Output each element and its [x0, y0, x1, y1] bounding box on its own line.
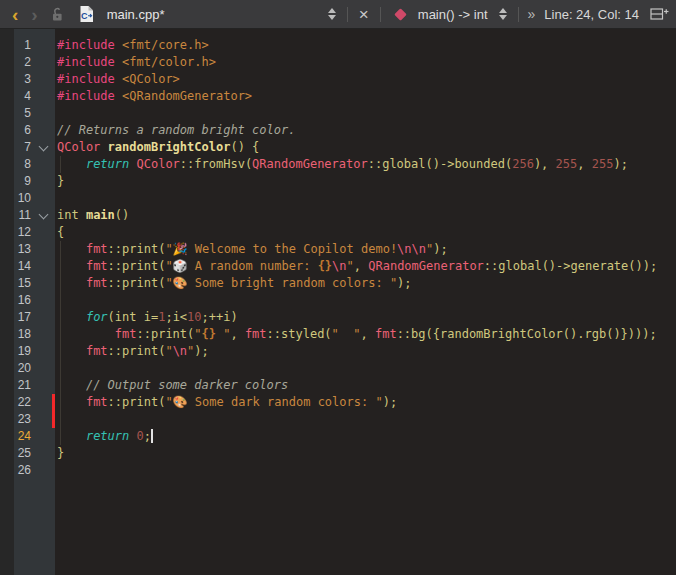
- gutter-cell[interactable]: 15: [0, 275, 55, 292]
- code-line[interactable]: 7QColor randomBrightColor() {: [0, 139, 676, 156]
- back-icon[interactable]: ‹: [12, 5, 18, 24]
- gutter-cell[interactable]: 25: [0, 445, 55, 462]
- code-line[interactable]: 16: [0, 292, 676, 309]
- gutter-cell[interactable]: 16: [0, 292, 55, 309]
- code-line[interactable]: 11int main(): [0, 207, 676, 224]
- gutter-cell[interactable]: 3: [0, 71, 55, 88]
- code-line[interactable]: 2#include <fmt/color.h>: [0, 54, 676, 71]
- split-editor-icon[interactable]: [650, 7, 669, 21]
- code-line[interactable]: 3#include <QColor>: [0, 71, 676, 88]
- code-token: QRandomGenerator: [368, 259, 484, 273]
- gutter-cell[interactable]: 17: [0, 309, 55, 326]
- code-text[interactable]: }: [55, 445, 676, 462]
- gutter-cell[interactable]: 21: [0, 377, 55, 394]
- code-text[interactable]: [55, 105, 676, 122]
- code-line[interactable]: 22 fmt::print("🎨 Some dark random colors…: [0, 394, 676, 411]
- code-text[interactable]: fmt::print("🎨 Some bright random colors:…: [55, 275, 676, 292]
- code-line[interactable]: 19 fmt::print("\n");: [0, 343, 676, 360]
- code-text[interactable]: [55, 292, 676, 309]
- code-text[interactable]: return QColor::fromHsv(QRandomGenerator:…: [55, 156, 676, 173]
- code-token: [57, 344, 86, 358]
- gutter-cell[interactable]: 4: [0, 88, 55, 105]
- overflow-chevrons-icon[interactable]: »: [528, 6, 536, 22]
- code-line[interactable]: 1#include <fmt/core.h>: [0, 37, 676, 54]
- code-line[interactable]: 15 fmt::print("🎨 Some bright random colo…: [0, 275, 676, 292]
- code-text[interactable]: fmt::print("{} ", fmt::styled(" ", fmt::…: [55, 326, 676, 343]
- code-line[interactable]: 5: [0, 105, 676, 122]
- gutter-cell[interactable]: 24: [0, 428, 55, 445]
- code-text[interactable]: [55, 190, 676, 207]
- gutter-cell[interactable]: 5: [0, 105, 55, 122]
- gutter-cell[interactable]: 2: [0, 54, 55, 71]
- gutter-cell[interactable]: 18: [0, 326, 55, 343]
- divider: [380, 7, 381, 22]
- gutter-cell[interactable]: 14: [0, 258, 55, 275]
- code-line[interactable]: 26: [0, 462, 676, 479]
- code-line[interactable]: 13 fmt::print("🎉 Welcome to the Copilot …: [0, 241, 676, 258]
- gutter-cell[interactable]: 26: [0, 462, 55, 479]
- code-text[interactable]: for(int i=1;i<10;++i): [55, 309, 676, 326]
- code-text[interactable]: }: [55, 173, 676, 190]
- code-line[interactable]: 18 fmt::print("{} ", fmt::styled(" ", fm…: [0, 326, 676, 343]
- code-line[interactable]: 8 return QColor::fromHsv(QRandomGenerato…: [0, 156, 676, 173]
- code-text[interactable]: fmt::print("🎲 A random number: {}\n", QR…: [55, 258, 676, 275]
- code-line[interactable]: 20: [0, 360, 676, 377]
- code-line[interactable]: 4#include <QRandomGenerator>: [0, 88, 676, 105]
- cursor-position-indicator[interactable]: Line: 24, Col: 14: [544, 7, 639, 22]
- code-text[interactable]: QColor randomBrightColor() {: [55, 139, 676, 156]
- close-icon[interactable]: ×: [357, 6, 371, 23]
- code-line[interactable]: 6// Returns a random bright color.: [0, 122, 676, 139]
- code-line[interactable]: 23: [0, 411, 676, 428]
- code-text[interactable]: fmt::print("\n");: [55, 343, 676, 360]
- code-text[interactable]: // Returns a random bright color.: [55, 122, 676, 139]
- code-line[interactable]: 25}: [0, 445, 676, 462]
- forward-icon[interactable]: ›: [31, 5, 37, 24]
- code-text[interactable]: {: [55, 224, 676, 241]
- gutter-cell[interactable]: 8: [0, 156, 55, 173]
- code-text[interactable]: #include <fmt/core.h>: [55, 37, 676, 54]
- code-line[interactable]: 9}: [0, 173, 676, 190]
- code-text[interactable]: fmt::print("🎉 Welcome to the Copilot dem…: [55, 241, 676, 258]
- code-text[interactable]: return 0;: [55, 428, 676, 445]
- symbol-selector[interactable]: main() -> int: [418, 7, 488, 22]
- line-number: 7: [24, 139, 31, 156]
- code-token: <QColor>: [122, 72, 180, 86]
- gutter-cell[interactable]: 9: [0, 173, 55, 190]
- toolbar-right-group: × main() -> int » Line: 24, Col: 14: [326, 6, 676, 23]
- gutter-cell[interactable]: 1: [0, 37, 55, 54]
- fold-chevron-down-icon[interactable]: [39, 142, 49, 152]
- gutter-cell[interactable]: 6: [0, 122, 55, 139]
- code-text[interactable]: int main(): [55, 207, 676, 224]
- code-text[interactable]: [55, 411, 676, 428]
- code-text[interactable]: fmt::print("🎨 Some dark random colors: "…: [55, 394, 676, 411]
- code-editor[interactable]: 1#include <fmt/core.h>2#include <fmt/col…: [0, 29, 676, 575]
- symbol-stepper[interactable]: [497, 8, 509, 20]
- document-title[interactable]: main.cpp*: [107, 7, 165, 22]
- fold-chevron-down-icon[interactable]: [39, 210, 49, 220]
- code-line[interactable]: 21 // Output some darker colors: [0, 377, 676, 394]
- code-line[interactable]: 17 for(int i=1;i<10;++i): [0, 309, 676, 326]
- gutter-cell[interactable]: 19: [0, 343, 55, 360]
- code-text[interactable]: #include <QColor>: [55, 71, 676, 88]
- gutter-cell[interactable]: 7: [0, 139, 55, 156]
- code-token: 255: [592, 157, 614, 171]
- code-line[interactable]: 12{: [0, 224, 676, 241]
- gutter-cell[interactable]: 11: [0, 207, 55, 224]
- code-text[interactable]: // Output some darker colors: [55, 377, 676, 394]
- code-line[interactable]: 14 fmt::print("🎲 A random number: {}\n",…: [0, 258, 676, 275]
- gutter-cell[interactable]: 12: [0, 224, 55, 241]
- gutter-cell[interactable]: 20: [0, 360, 55, 377]
- gutter-cell[interactable]: 22: [0, 394, 55, 411]
- code-token: fmt: [86, 395, 108, 409]
- unlock-icon[interactable]: [51, 7, 65, 22]
- code-text[interactable]: [55, 360, 676, 377]
- gutter-cell[interactable]: 10: [0, 190, 55, 207]
- code-text[interactable]: #include <QRandomGenerator>: [55, 88, 676, 105]
- code-text[interactable]: [55, 462, 676, 479]
- document-stepper[interactable]: [326, 8, 338, 20]
- code-line[interactable]: 24 return 0;: [0, 428, 676, 445]
- gutter-cell[interactable]: 13: [0, 241, 55, 258]
- code-text[interactable]: #include <fmt/color.h>: [55, 54, 676, 71]
- code-line[interactable]: 10: [0, 190, 676, 207]
- gutter-cell[interactable]: 23: [0, 411, 55, 428]
